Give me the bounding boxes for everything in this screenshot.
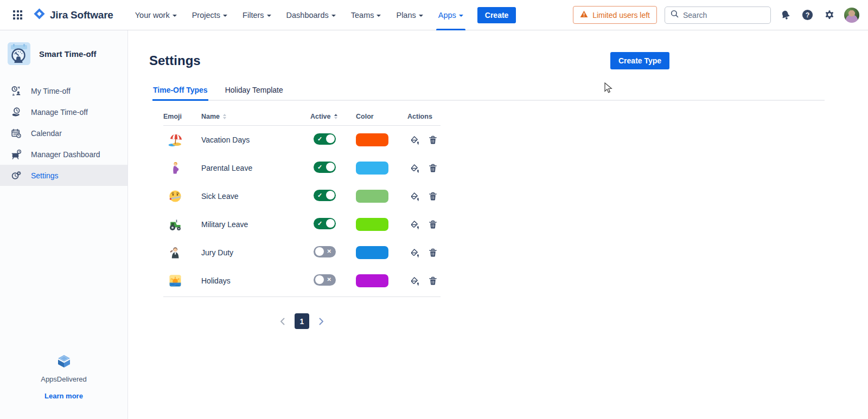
nav-item-apps[interactable]: Apps <box>436 0 465 30</box>
search-box[interactable] <box>665 7 771 24</box>
delete-button[interactable] <box>427 275 438 287</box>
color-swatch[interactable] <box>356 246 388 259</box>
color-cell <box>356 218 407 231</box>
active-toggle[interactable]: ✓ <box>314 162 336 173</box>
search-input[interactable] <box>683 11 765 20</box>
actions-cell <box>407 163 441 174</box>
warning-triangle-icon <box>580 10 588 20</box>
color-cell <box>356 190 407 203</box>
table-body: Vacation Days ✓ Parental Leave ✓ <box>163 126 441 297</box>
limited-users-warning[interactable]: Limited users left <box>573 6 657 24</box>
active-cell: ✓ <box>310 190 356 203</box>
tab-holiday-template[interactable]: Holiday Template <box>225 82 284 101</box>
create-type-button[interactable]: Create Type <box>610 52 669 69</box>
sidebar-item-label: Manager Dashboard <box>31 150 100 159</box>
notifications-bell-icon[interactable] <box>778 8 793 22</box>
active-cell: ✓ <box>310 218 356 231</box>
app-switcher-icon[interactable] <box>11 8 24 22</box>
jira-diamond-icon <box>33 8 46 22</box>
actions-cell <box>407 219 441 230</box>
help-icon[interactable]: ? <box>800 8 815 22</box>
sidebar-item-label: Settings <box>31 171 59 180</box>
search-icon <box>671 10 679 20</box>
nav-item-filters[interactable]: Filters <box>240 0 273 30</box>
sidebar-item-my-time-off[interactable]: My Time-off <box>0 80 127 101</box>
sidebar-item-calendar[interactable]: Calendar <box>0 123 127 144</box>
nav-item-projects[interactable]: Projects <box>190 0 229 30</box>
color-cell <box>356 246 407 259</box>
chevron-down-icon <box>173 15 177 17</box>
table-row: Vacation Days ✓ <box>163 126 441 154</box>
sidebar: Smart Time-off My Time-off Manage Time-o… <box>0 30 128 419</box>
time-off-name: Military Leave <box>201 220 310 229</box>
emoji-cell <box>163 274 201 288</box>
change-color-button[interactable] <box>409 275 420 287</box>
create-button[interactable]: Create <box>477 7 516 23</box>
delete-button[interactable] <box>427 191 438 202</box>
sidebar-item-manager-dashboard[interactable]: Manager Dashboard <box>0 144 127 165</box>
table-row: Military Leave ✓ <box>163 210 441 238</box>
primary-nav: Your work Projects Filters Dashboards Te… <box>127 0 471 30</box>
next-page-button[interactable] <box>317 315 326 327</box>
jira-logo[interactable]: Jira Software <box>33 8 113 22</box>
active-toggle[interactable]: ✓ <box>314 133 336 145</box>
change-color-button[interactable] <box>409 219 420 230</box>
active-toggle[interactable]: ✕ <box>314 246 336 257</box>
change-color-button[interactable] <box>409 134 420 146</box>
sidebar-item-label: My Time-off <box>31 87 71 95</box>
previous-page-button[interactable] <box>278 315 287 327</box>
delete-button[interactable] <box>427 163 438 174</box>
change-color-button[interactable] <box>409 247 420 259</box>
delete-button[interactable] <box>427 134 438 146</box>
nav-item-plans[interactable]: Plans <box>394 0 425 30</box>
settings-clock-icon <box>11 170 22 181</box>
delete-button[interactable] <box>427 219 438 230</box>
active-toggle[interactable]: ✓ <box>314 218 336 229</box>
active-cell: ✕ <box>310 274 356 288</box>
emoji-cell <box>163 189 201 203</box>
learn-more-link[interactable]: Learn more <box>44 392 83 400</box>
man-judge-emoji <box>168 246 201 260</box>
sidebar-item-label: Calendar <box>31 129 62 138</box>
column-header-active[interactable]: Active <box>310 113 356 120</box>
change-color-button[interactable] <box>409 163 420 174</box>
user-avatar[interactable] <box>844 8 859 23</box>
page-title: Settings <box>149 53 868 68</box>
top-navbar: Jira Software Your work Projects Filters… <box>0 0 868 30</box>
tab-time-off-types[interactable]: Time-Off Types <box>152 82 208 101</box>
active-toggle[interactable]: ✕ <box>314 274 336 286</box>
settings-gear-icon[interactable] <box>822 8 837 22</box>
time-off-types-table: Emoji Name Active Color Actions Vacation… <box>163 113 441 297</box>
color-swatch[interactable] <box>356 162 388 175</box>
pregnant-woman-emoji <box>168 161 201 175</box>
column-header-name[interactable]: Name <box>201 113 310 120</box>
table-row: Jury Duty ✕ <box>163 238 441 267</box>
sidebar-item-manage-time-off[interactable]: Manage Time-off <box>0 101 127 123</box>
color-swatch[interactable] <box>356 190 388 203</box>
column-header-color: Color <box>356 113 407 120</box>
actions-cell <box>407 247 441 259</box>
change-color-button[interactable] <box>409 191 420 202</box>
beach-with-umbrella-emoji <box>168 133 201 147</box>
nav-item-your-work[interactable]: Your work <box>133 0 179 30</box>
sidebar-item-settings[interactable]: Settings <box>0 165 127 186</box>
color-swatch[interactable] <box>356 133 388 146</box>
apps-delivered-label: AppsDelivered <box>0 375 127 383</box>
sort-icon <box>223 114 226 119</box>
toggle-knob <box>315 275 324 284</box>
actions-cell <box>407 134 441 146</box>
sunrise-emoji <box>168 274 201 288</box>
page-number-button[interactable]: 1 <box>295 313 309 329</box>
color-swatch[interactable] <box>356 274 388 287</box>
toggle-knob <box>315 247 324 256</box>
active-cell: ✓ <box>310 133 356 147</box>
nav-item-dashboards[interactable]: Dashboards <box>284 0 338 30</box>
nav-item-teams[interactable]: Teams <box>349 0 384 30</box>
emoji-cell <box>163 217 201 231</box>
active-toggle[interactable]: ✓ <box>314 190 336 201</box>
column-header-emoji: Emoji <box>163 113 201 120</box>
color-swatch[interactable] <box>356 218 388 231</box>
delete-button[interactable] <box>427 247 438 259</box>
svg-text:?: ? <box>806 11 810 19</box>
time-off-name: Parental Leave <box>201 164 310 172</box>
